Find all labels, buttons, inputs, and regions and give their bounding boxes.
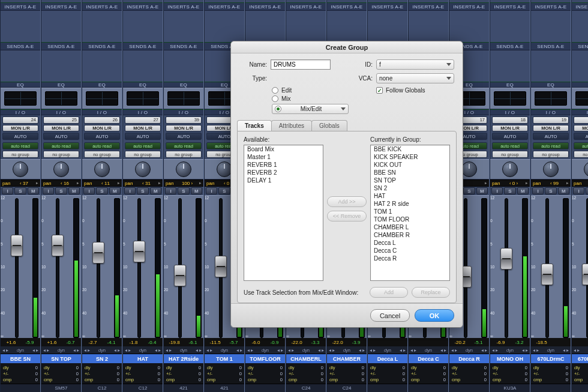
track-name[interactable]: Decca C [409, 354, 448, 363]
inserts-slots[interactable] [82, 11, 122, 42]
i-button[interactable]: I [532, 187, 544, 194]
m-button[interactable]: M [476, 187, 488, 194]
track-name[interactable]: 670RDrmC [572, 354, 588, 363]
sends-slots[interactable] [41, 50, 81, 82]
fader-cap[interactable] [92, 242, 104, 264]
in-group-listbox[interactable]: BBE KICKKICK SPEAKERKICK OUTBBE SNSN TOP… [370, 145, 450, 281]
inserts-slots[interactable] [205, 11, 244, 42]
inserts-slots[interactable] [490, 11, 530, 42]
track-name[interactable]: HAT 2Rside [164, 354, 203, 363]
m-button[interactable]: M [517, 187, 529, 194]
use-replace-button[interactable]: Replace [412, 287, 450, 298]
output-chip[interactable]: MON L/R [492, 125, 528, 132]
list-item[interactable]: DELAY 1 [244, 176, 323, 184]
id-select[interactable]: f [376, 59, 454, 70]
fader-cap[interactable] [582, 264, 588, 285]
fader-cap[interactable] [541, 264, 553, 285]
m-button[interactable]: M [68, 187, 80, 194]
output-chip[interactable]: MON L/R [533, 125, 569, 132]
type-radio-edit[interactable]: Edit [272, 87, 349, 94]
inserts-slots[interactable] [286, 11, 326, 42]
m-button[interactable]: M [191, 187, 202, 194]
i-button[interactable]: I [491, 187, 503, 194]
eq-graph[interactable] [127, 91, 159, 106]
i-button[interactable]: I [165, 187, 176, 194]
eq-graph[interactable] [86, 91, 118, 106]
group-chip[interactable]: no group [43, 151, 79, 158]
group-chip[interactable]: no group [533, 151, 569, 158]
i-button[interactable]: I [83, 187, 95, 194]
inserts-slots[interactable] [41, 11, 81, 42]
remove-button[interactable]: << Remove [327, 211, 367, 222]
s-button[interactable]: S [178, 187, 189, 194]
inserts-slots[interactable] [572, 11, 588, 42]
list-item[interactable]: KICK SPEAKER [371, 153, 449, 161]
list-item[interactable]: KICK OUT [371, 161, 449, 169]
sends-slots[interactable] [572, 50, 588, 82]
input-chip[interactable]: 39 [166, 116, 202, 124]
list-item[interactable]: TOM FLOOR [371, 216, 449, 223]
i-button[interactable]: I [573, 187, 584, 194]
fader-cap[interactable] [52, 235, 64, 256]
group-chip[interactable]: no group [2, 151, 38, 158]
ok-button[interactable]: OK [415, 309, 454, 322]
track-name[interactable]: SN TOP [41, 354, 81, 363]
list-item[interactable]: HAT 2 R side [371, 200, 449, 208]
inserts-slots[interactable] [123, 11, 163, 42]
fader-slot[interactable] [137, 198, 141, 338]
s-button[interactable]: S [55, 187, 67, 194]
group-chip[interactable]: no group [84, 151, 120, 158]
track-name[interactable]: MONO OH [490, 354, 530, 363]
list-item[interactable]: HAT [371, 192, 449, 200]
input-chip[interactable]: 20 [574, 116, 588, 124]
output-chip[interactable]: MON L/R [43, 125, 79, 132]
s-button[interactable]: S [545, 187, 556, 194]
fader-slot[interactable] [219, 198, 223, 338]
fader-slot[interactable] [56, 198, 59, 338]
fader-slot[interactable] [178, 198, 182, 338]
list-item[interactable]: SN 2 [371, 184, 449, 192]
inserts-slots[interactable] [164, 11, 203, 42]
track-name[interactable]: CHAMBERL [286, 354, 326, 363]
track-name[interactable]: SN 2 [82, 354, 122, 363]
group-chip[interactable]: no group [166, 151, 202, 158]
automation-mode[interactable]: auto read [125, 142, 161, 149]
i-button[interactable]: I [124, 187, 136, 194]
sends-slots[interactable] [490, 50, 530, 82]
pan-knob[interactable] [543, 161, 559, 177]
track-name[interactable]: BBE SN [1, 354, 40, 363]
sends-slots[interactable] [164, 50, 203, 82]
follow-globals-checkbox[interactable]: ✓Follow Globals [376, 87, 454, 94]
list-item[interactable]: Master 1 [244, 153, 323, 161]
list-item[interactable]: Decca L [371, 239, 449, 247]
list-item[interactable]: BBE KICK [371, 145, 449, 153]
input-chip[interactable]: 24 [2, 116, 38, 124]
available-listbox[interactable]: Board MixMaster 1REVERB 1REVERB 2DELAY 1 [244, 145, 323, 281]
input-chip[interactable]: 26 [84, 116, 120, 124]
m-button[interactable]: M [28, 187, 39, 194]
pan-knob[interactable] [176, 161, 191, 177]
fader-slot[interactable] [505, 198, 508, 338]
group-chip[interactable]: no group [125, 151, 161, 158]
track-name[interactable]: Decca L [368, 354, 407, 363]
input-chip[interactable]: 19 [533, 116, 569, 124]
cancel-button[interactable]: Cancel [370, 309, 410, 322]
m-button[interactable]: M [150, 187, 161, 194]
fader-slot[interactable] [15, 198, 19, 338]
group-chip[interactable]: no group [492, 151, 528, 158]
pan-knob[interactable] [135, 161, 151, 177]
s-button[interactable]: S [586, 187, 588, 194]
input-chip[interactable]: 27 [125, 116, 161, 124]
input-chip[interactable]: 18 [492, 116, 528, 124]
inserts-slots[interactable] [449, 11, 489, 42]
fader-slot[interactable] [464, 198, 467, 338]
m-button[interactable]: M [109, 187, 121, 194]
s-button[interactable]: S [14, 187, 26, 194]
auto-chip[interactable]: AUTO [84, 133, 120, 140]
output-chip[interactable]: MON L/R [574, 125, 588, 132]
output-chip[interactable]: MON L/R [2, 125, 38, 132]
use-add-button[interactable]: Add [370, 287, 408, 298]
inserts-slots[interactable] [409, 11, 448, 42]
auto-chip[interactable]: AUTO [533, 133, 569, 140]
input-chip[interactable]: 25 [43, 116, 79, 124]
